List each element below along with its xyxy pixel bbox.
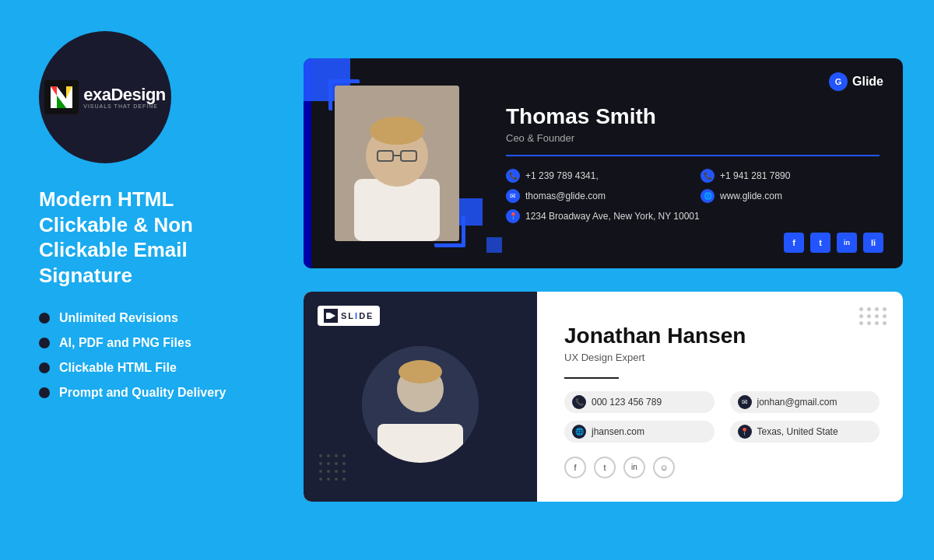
- phone2-icon: 📞: [700, 169, 715, 183]
- sig1-divider: [506, 155, 880, 156]
- slide-logo: SLIDE: [318, 306, 380, 326]
- phone1-value: +1 239 789 4341,: [525, 170, 599, 181]
- sig1-person-title: Ceo & Founder: [506, 132, 880, 144]
- feature-label-4: Prompt and Quality Delivery: [59, 386, 226, 400]
- person2-avatar: [362, 346, 479, 463]
- sig2-twitter-button[interactable]: t: [594, 457, 616, 478]
- sig1-person-name: Thomas Smith: [506, 104, 880, 129]
- dot-grid-decoration: [319, 454, 347, 482]
- photo-corner-br: [434, 216, 465, 247]
- slide-logo-icon: [324, 309, 338, 323]
- logo-brand: exaDesign: [83, 86, 166, 103]
- feature-label-1: Unlimited Revisions: [59, 311, 178, 325]
- glide-name: Glide: [852, 75, 883, 89]
- sig2-location-value: Texas, United State: [757, 426, 838, 437]
- sig2-website[interactable]: 🌐 jhansen.com: [564, 421, 715, 443]
- twitter-button[interactable]: t: [810, 233, 830, 253]
- sig1-social-links: f t in li: [784, 233, 883, 253]
- website-icon: 🌐: [700, 189, 715, 203]
- bullet-1: [39, 313, 50, 324]
- phone2-value: +1 941 281 7890: [720, 170, 790, 181]
- features-list: Unlimited Revisions AI, PDF and PNG File…: [39, 311, 226, 400]
- sig2-website-icon: 🌐: [572, 425, 586, 439]
- sig2-website-value: jhansen.com: [592, 426, 644, 437]
- sig2-social-links: f t in ☺: [564, 457, 880, 478]
- address-icon: 📍: [506, 209, 520, 223]
- sig2-dark-panel: SLIDE: [304, 292, 537, 502]
- svg-point-15: [399, 360, 442, 383]
- sig2-phone[interactable]: 📞 000 123 456 789: [564, 391, 715, 413]
- sig1-address: 📍 1234 Broadway Ave, New York, NY 10001: [506, 209, 880, 223]
- bullet-4: [39, 387, 50, 398]
- address-value: 1234 Broadway Ave, New York, NY 10001: [525, 211, 700, 222]
- logo-text-part: exaDesign VISUALS THAT DEFINE: [83, 86, 166, 109]
- sig2-phone-icon: 📞: [572, 395, 586, 409]
- sig2-phone-value: 000 123 456 789: [592, 397, 662, 408]
- bullet-2: [39, 338, 50, 348]
- sig2-instagram-button[interactable]: ☺: [653, 457, 675, 478]
- sig2-email[interactable]: ✉ jonhan@gmail.com: [730, 391, 880, 413]
- signature-card-1: G Glide: [304, 58, 903, 268]
- main-heading: Modern HTML Clickable & Non Clickable Em…: [39, 187, 257, 288]
- logo-inner: exaDesign VISUALS THAT DEFINE: [44, 80, 166, 114]
- feature-label-2: AI, PDF and PNG Files: [59, 336, 191, 350]
- sig2-person-name: Jonathan Hansen: [564, 324, 880, 348]
- feature-item-3: Clickable HTML File: [39, 361, 226, 375]
- sig1-photo-area: [311, 58, 483, 268]
- svg-rect-3: [354, 179, 440, 241]
- feature-item-1: Unlimited Revisions: [39, 311, 226, 325]
- glide-icon: G: [829, 72, 848, 91]
- sig2-location-icon: 📍: [738, 425, 752, 439]
- sig2-linkedin-button[interactable]: in: [623, 457, 645, 478]
- svg-point-5: [370, 117, 424, 145]
- left-panel: exaDesign VISUALS THAT DEFINE Modern HTM…: [0, 0, 288, 560]
- sig1-email[interactable]: ✉ thomas@glide.com: [506, 189, 685, 203]
- email-icon: ✉: [506, 189, 520, 203]
- instagram-button[interactable]: in: [837, 233, 857, 253]
- sig1-website[interactable]: 🌐 www.glide.com: [700, 189, 880, 203]
- sig2-contacts: 📞 000 123 456 789 ✉ jonhan@gmail.com 🌐 j…: [564, 391, 880, 443]
- sig2-photo-circle: [362, 346, 479, 463]
- sig2-email-icon: ✉: [738, 395, 752, 409]
- dots-decoration-tr: [859, 307, 887, 325]
- email-value: thomas@glide.com: [525, 191, 606, 201]
- sig2-facebook-button[interactable]: f: [564, 457, 586, 478]
- feature-item-4: Prompt and Quality Delivery: [39, 386, 226, 400]
- sig1-contacts: 📞 +1 239 789 4341, 📞 +1 941 281 7890 ✉ t…: [506, 169, 880, 223]
- phone1-icon: 📞: [506, 169, 520, 183]
- sig2-email-value: jonhan@gmail.com: [757, 397, 837, 408]
- feature-label-3: Clickable HTML File: [59, 361, 177, 375]
- sig2-location: 📍 Texas, United State: [730, 421, 880, 443]
- sig1-phone2[interactable]: 📞 +1 941 281 7890: [700, 169, 880, 183]
- svg-rect-14: [377, 424, 463, 463]
- glide-brand: G Glide: [829, 72, 883, 91]
- feature-item-2: AI, PDF and PNG Files: [39, 336, 226, 350]
- signature-card-2: SLIDE Jonathan Hansen UX Des: [304, 292, 903, 502]
- logo-circle: exaDesign VISUALS THAT DEFINE: [39, 31, 171, 163]
- bullet-3: [39, 362, 50, 373]
- nexa-logo-icon: [44, 80, 79, 114]
- right-panel: G Glide: [288, 0, 934, 560]
- logo-tagline: VISUALS THAT DEFINE: [83, 103, 166, 109]
- blue-accent-bottom: [486, 237, 502, 253]
- website-value: www.glide.com: [720, 191, 782, 201]
- sig2-divider: [564, 377, 619, 379]
- linkedin-button[interactable]: li: [863, 233, 883, 253]
- slide-brand-text: SLIDE: [341, 311, 374, 320]
- sig1-phone1[interactable]: 📞 +1 239 789 4341,: [506, 169, 685, 183]
- sig2-content: Jonathan Hansen UX Design Expert 📞 000 1…: [537, 292, 903, 502]
- facebook-button[interactable]: f: [784, 233, 804, 253]
- sig2-person-title: UX Design Expert: [564, 352, 880, 363]
- svg-rect-10: [326, 313, 330, 319]
